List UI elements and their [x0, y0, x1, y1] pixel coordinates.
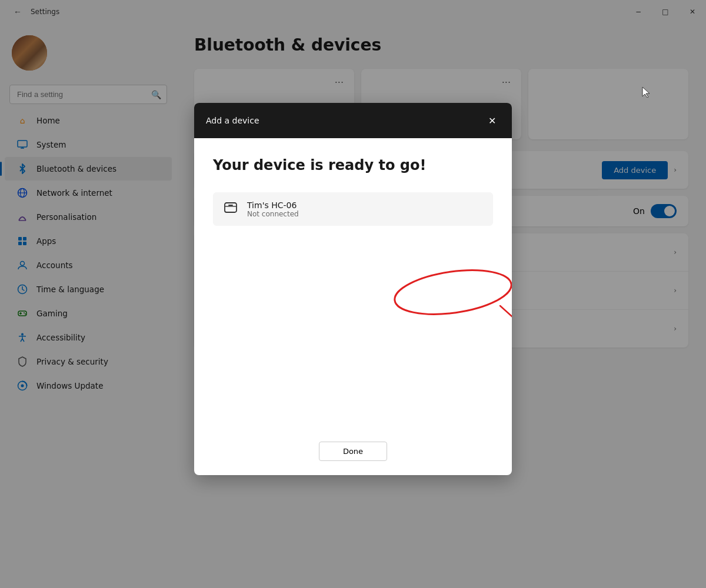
modal-footer: Done: [194, 432, 512, 475]
add-device-modal: Add a device ✕ Your device is ready to g…: [194, 103, 512, 475]
done-button[interactable]: Done: [319, 442, 387, 461]
device-status: Not connected: [247, 210, 299, 218]
annotation-circle: [391, 268, 512, 326]
modal-close-button[interactable]: ✕: [484, 112, 500, 129]
device-item: Tim's HC-06 Not connected: [213, 192, 493, 226]
modal-header: Add a device ✕: [194, 103, 512, 138]
modal-overlay: Add a device ✕ Your device is ready to g…: [0, 0, 706, 588]
device-name: Tim's HC-06: [247, 201, 299, 210]
device-item-info: Tim's HC-06 Not connected: [247, 201, 299, 218]
svg-rect-29: [225, 203, 237, 212]
svg-rect-31: [228, 205, 233, 206]
device-item-icon: [222, 199, 239, 219]
modal-body: Your device is ready to go! Tim's HC-06 …: [194, 138, 512, 432]
svg-point-32: [392, 268, 512, 321]
modal-header-title: Add a device: [206, 116, 259, 125]
svg-line-33: [500, 306, 512, 322]
modal-title: Your device is ready to go!: [213, 157, 493, 173]
